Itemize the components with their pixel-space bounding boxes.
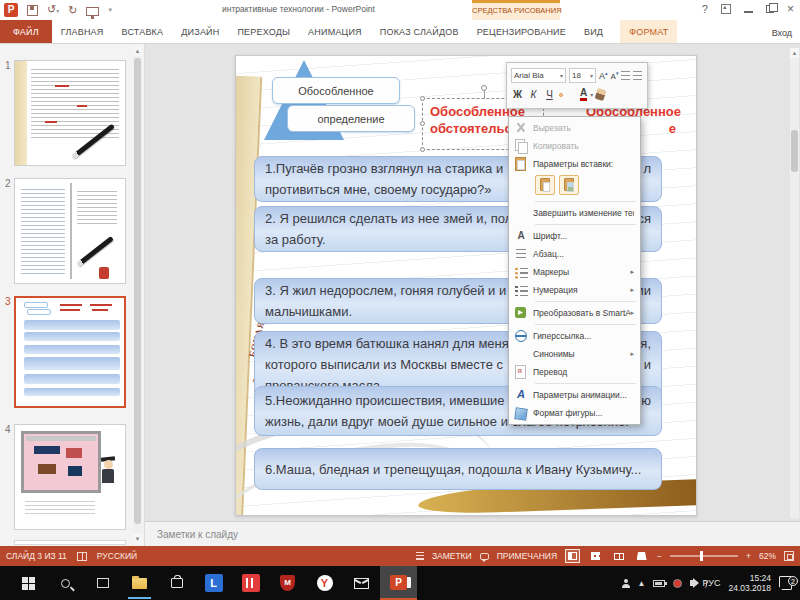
shape-opredelenie[interactable]: определение [287,105,415,132]
tab-home[interactable]: ГЛАВНАЯ [52,20,113,43]
zoom-slider-thumb[interactable] [700,551,703,561]
zoom-in-button[interactable]: + [746,551,751,561]
thumbnail-panel-scrollbar[interactable]: ▲ ▼ [133,46,142,544]
start-button[interactable] [10,566,47,600]
normal-view-button[interactable] [565,549,580,563]
align-right-button[interactable] [573,93,577,97]
scroll-down-icon[interactable]: ▼ [133,534,142,544]
tab-format[interactable]: ФОРМАТ [620,20,677,43]
slide-sorter-view-button[interactable] [588,549,603,563]
antivirus-button[interactable]: M [269,566,306,600]
tab-view[interactable]: ВИД [575,20,612,43]
menu-item-bullets[interactable]: Маркеры ▸ [509,263,640,281]
reading-view-button[interactable] [611,549,626,563]
thumbnail-slide-1[interactable] [14,60,126,166]
decrease-indent-icon[interactable] [621,71,630,81]
close-button[interactable]: × [787,2,794,16]
thumbnail-slide-3-selected[interactable] [14,296,126,408]
sentence-bar-6[interactable]: 6.Маша, бледная и трепещущая, подошла к … [254,448,662,490]
task-view-button[interactable] [84,566,121,600]
increase-indent-icon[interactable] [633,71,642,81]
zoom-slider[interactable] [670,555,738,557]
clock[interactable]: 15:24 24.03.2018 [728,573,771,593]
format-painter-icon[interactable] [595,88,607,101]
tab-transitions[interactable]: ПЕРЕХОДЫ [228,20,299,43]
spellcheck-icon[interactable] [77,552,87,561]
yandex-browser-button[interactable]: Y [306,566,343,600]
chevron-down-icon[interactable]: ▾ [590,91,593,98]
save-icon[interactable] [27,5,38,16]
paste-keep-theme-button[interactable] [535,175,555,195]
menu-item-finish-text[interactable]: Завершить изменение текста [509,204,640,222]
thumbnail-slide-2[interactable] [14,178,126,284]
main-scrollbar[interactable]: ▲ [790,48,799,518]
help-button[interactable]: ? [702,3,708,15]
align-center-button[interactable] [566,93,570,97]
start-slideshow-icon[interactable] [86,7,99,16]
slideshow-view-button[interactable] [634,549,649,563]
shape-obosoblennoe[interactable]: Обособленное [272,77,400,104]
restore-button[interactable] [766,5,774,13]
underline-button[interactable]: Ч [543,89,556,100]
notes-toggle[interactable]: ЗАМЕТКИ [432,551,472,561]
menu-item-translate[interactable]: Перевод [509,363,640,381]
comments-toggle[interactable]: ПРИМЕЧАНИЯ [497,551,557,561]
tab-slideshow[interactable]: ПОКАЗ СЛАЙДОВ [371,20,468,43]
thumbnail-slide-5-partial[interactable] [14,540,126,545]
scrollbar-thumb[interactable] [791,130,798,172]
slide-counter[interactable]: СЛАЙД 3 ИЗ 11 [6,551,67,561]
undo-icon[interactable]: ↺▾ [47,2,59,18]
font-name-select[interactable]: Arial Bla▾ [511,68,566,83]
recording-icon[interactable] [673,579,682,588]
language-indicator[interactable]: РУССКИЙ [97,551,137,561]
minimize-button[interactable] [744,11,753,13]
zoom-out-button[interactable]: − [657,551,662,561]
menu-item-synonyms[interactable]: Синонимы ▸ [509,345,640,363]
redo-icon[interactable]: ↻ [68,3,77,17]
sign-in-link[interactable]: Вход [772,28,792,38]
menu-item-animation-options[interactable]: А Параметры анимации... [509,386,640,404]
customize-qat-icon[interactable]: ▾ [108,3,112,17]
tab-file[interactable]: ФАЙЛ [0,20,52,43]
app-red-button[interactable] [232,566,269,600]
file-explorer-button[interactable] [121,566,158,600]
menu-item-hyperlink[interactable]: Гиперссылка... [509,327,640,345]
context-menu: Вырезать Копировать Параметры вставки: З… [508,116,641,425]
speaker-icon[interactable] [690,580,694,586]
tab-design[interactable]: ДИЗАЙН [172,20,228,43]
tab-insert[interactable]: ВСТАВКА [113,20,173,43]
menu-item-format-shape[interactable]: Формат фигуры... [509,404,640,422]
taskbar-search-button[interactable] [47,566,84,600]
scroll-up-icon[interactable]: ▲ [133,46,142,56]
powerpoint-taskbar-button[interactable]: P [380,566,417,600]
shrink-font-button[interactable]: А▾ [611,70,619,81]
menu-item-font[interactable]: А Шрифт... [509,227,640,245]
thumbnail-slide-4[interactable] [14,424,126,530]
show-hidden-icons-chevron[interactable]: ▲ [638,579,646,588]
font-size-select[interactable]: 18▾ [569,68,596,83]
notes-bar[interactable]: Заметки к слайду [145,521,800,546]
rotate-handle[interactable] [481,85,487,91]
zoom-level[interactable]: 62% [759,551,776,561]
font-color-button[interactable]: А [580,88,587,101]
store-button[interactable] [158,566,195,600]
mail-button[interactable] [343,566,380,600]
fit-slide-icon[interactable] [784,551,794,561]
battery-icon[interactable] [653,580,665,587]
menu-item-paragraph[interactable]: Абзац... [509,245,640,263]
bold-button[interactable]: Ж [511,89,524,100]
ribbon-display-options-icon[interactable] [721,4,731,14]
align-left-button[interactable] [559,93,563,97]
selection-handle[interactable] [420,96,425,101]
scrollbar-thumb[interactable] [134,58,141,524]
people-icon[interactable] [622,584,630,588]
tab-review[interactable]: РЕЦЕНЗИРОВАНИЕ [468,20,575,43]
menu-item-numbering[interactable]: Нумерация ▸ [509,281,640,299]
scroll-up-icon[interactable]: ▲ [790,48,799,58]
menu-item-smartart[interactable]: Преобразовать в SmartArt ▸ [509,304,640,322]
grow-font-button[interactable]: А▴ [599,70,608,81]
tab-animation[interactable]: АНИМАЦИЯ [299,20,371,43]
italic-button[interactable]: К [527,89,540,100]
app-l-button[interactable]: L [195,566,232,600]
paste-as-picture-button[interactable] [559,175,579,195]
